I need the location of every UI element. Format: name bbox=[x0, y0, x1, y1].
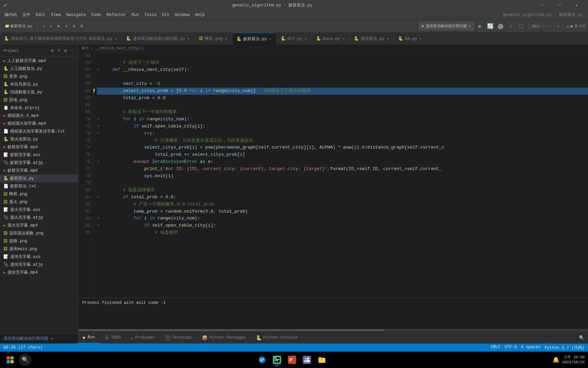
bottom-tab-run[interactable]: ▶ Run bbox=[78, 332, 100, 343]
tab-close-mtf[interactable]: ✕ bbox=[304, 36, 308, 41]
tab-close-qianghua[interactable]: ✕ bbox=[114, 36, 118, 41]
tab-yichuan[interactable]: 🐍 遗传算法解决旅行商问题.py ✕ bbox=[122, 33, 195, 45]
tab-mtf[interactable]: 🐍 mtf.py ✕ bbox=[277, 33, 312, 45]
sidebar-item-py-4[interactable]: 🐍 萤火虫算法.py bbox=[0, 135, 78, 143]
minimize-button[interactable]: ─ bbox=[534, 0, 550, 10]
bottom-tab-todo[interactable]: ☰ TODO bbox=[100, 332, 126, 343]
maximize-button[interactable]: □ bbox=[552, 0, 567, 10]
fold-72[interactable]: ▾ bbox=[97, 130, 102, 137]
sidebar-item-mp4-7[interactable]: ▶ 遗传无字幕.mp4 bbox=[0, 269, 78, 276]
sidebar-item-ass-3[interactable]: 📝 遗传无字幕.ass bbox=[0, 253, 78, 261]
taskbar-start-button[interactable] bbox=[3, 353, 17, 367]
tab-close-yiqun[interactable]: ✕ bbox=[269, 36, 273, 42]
menu-run[interactable]: Run bbox=[129, 12, 142, 18]
status-lang[interactable]: Python 3.7 (代码) bbox=[544, 345, 585, 351]
close-button[interactable]: ✕ bbox=[569, 0, 585, 10]
sidebar-item-ass-2[interactable]: 📝 退火无字幕.ass bbox=[0, 206, 78, 214]
navigate-forward-button[interactable]: ▷ bbox=[48, 23, 54, 29]
navigate-back-button[interactable]: ◁ bbox=[40, 23, 47, 29]
fold-78[interactable] bbox=[97, 173, 102, 180]
split-button[interactable]: ⊟ bbox=[79, 23, 85, 29]
taskbar-app-teams[interactable] bbox=[300, 353, 314, 367]
fold-73[interactable] bbox=[97, 137, 102, 144]
search-right-icon[interactable]: 🔍 bbox=[575, 335, 588, 341]
fold-67[interactable] bbox=[97, 95, 102, 102]
bottom-tab-problems[interactable]: ⚠ Problems bbox=[126, 332, 160, 343]
tab-yichuan2[interactable]: 🐍 遗传算法.py ✕ bbox=[350, 33, 394, 45]
menu-file[interactable]: 文件 bbox=[19, 11, 33, 19]
sidebar-item-atjp-3[interactable]: 📎 遗传无字幕.atjp bbox=[0, 261, 78, 269]
sidebar-item-atjp-2[interactable]: 📎 退火无字幕.atjp bbox=[0, 214, 78, 221]
sidebar-tool-close[interactable]: − bbox=[70, 47, 75, 54]
tab-close-fenqun[interactable]: ✕ bbox=[224, 36, 228, 41]
menu-view[interactable]: View bbox=[48, 12, 64, 18]
fold-74[interactable] bbox=[97, 144, 102, 151]
tab-base[interactable]: 🐍 base.py ✕ bbox=[312, 33, 350, 45]
project-button[interactable]: 📁 蚁群算法.py bbox=[3, 22, 34, 30]
sidebar-tool-settings[interactable]: ⚙ bbox=[63, 47, 68, 54]
sidebar-item-mp4-3[interactable]: ▶ 模拟退火加字幕.mp4 bbox=[0, 120, 78, 127]
fold-64[interactable] bbox=[97, 73, 102, 80]
fold-76[interactable]: ▾ bbox=[97, 158, 102, 166]
fold-65[interactable] bbox=[97, 80, 102, 88]
sidebar-item-txt-1[interactable]: 📄 模拟退火加字幕算法字幕.txt bbox=[0, 127, 78, 135]
profile-button[interactable]: ⚡ bbox=[507, 22, 515, 30]
bottom-tab-python-console[interactable]: 🐍 Python Console bbox=[251, 332, 303, 343]
taskbar-app-powerpoint[interactable]: P bbox=[285, 353, 299, 367]
sidebar-item-mp4-4[interactable]: ▶ 蚁群加字幕.mp4 bbox=[0, 143, 78, 151]
fold-68[interactable] bbox=[97, 102, 102, 109]
tab-close-ga[interactable]: ✕ bbox=[419, 36, 423, 41]
run-button[interactable]: ▶ bbox=[476, 22, 484, 30]
debug-button[interactable]: 🔄 bbox=[486, 22, 494, 30]
run-config-dropdown[interactable]: ▶ 遗传算法解决旅行商问题 ▾ bbox=[419, 22, 474, 30]
sidebar-item-prj[interactable]: 📋 未命名.prproj bbox=[0, 104, 78, 112]
menu-window[interactable]: Window bbox=[172, 12, 192, 18]
horizontal-scrollbar[interactable] bbox=[78, 329, 588, 332]
sidebar-item-img-6[interactable]: 🖼 选择.png bbox=[0, 237, 78, 245]
settings-button[interactable]: ⚙ bbox=[71, 23, 77, 29]
menu-git[interactable]: Git bbox=[159, 12, 172, 18]
fold-62[interactable] bbox=[97, 59, 102, 66]
fold-63[interactable]: ▾ bbox=[97, 66, 102, 74]
taskbar-search-button[interactable]: 🔍 bbox=[19, 354, 31, 366]
sidebar-item-mp4-5[interactable]: ▶ 蚁群无字幕.mp4 bbox=[0, 167, 78, 174]
menu-refactor[interactable]: Refactor bbox=[104, 12, 129, 18]
code-content[interactable]: # 选择下一个城市 ▾ def __choice_next_city(self)… bbox=[94, 52, 588, 297]
sidebar-item-ass-1[interactable]: 📝 蚁群无字幕.ass bbox=[0, 151, 78, 159]
fold-66[interactable] bbox=[97, 88, 102, 95]
menu-navigate[interactable]: Navigate bbox=[64, 12, 89, 18]
bottom-tab-terminal[interactable]: ⬛ Terminal bbox=[160, 332, 197, 343]
sidebar-item-mp4-1[interactable]: ▶ 人工蚁群无字幕.mp4 bbox=[0, 57, 78, 65]
sidebar-item-img-3[interactable]: 🖼 蜂群.png bbox=[0, 190, 78, 198]
project-close-icon[interactable]: ✕ bbox=[50, 336, 53, 341]
status-indent[interactable]: 4 spaces bbox=[521, 345, 541, 351]
tab-fenqun[interactable]: 🖼 蜂群.png ✕ bbox=[195, 33, 232, 45]
sidebar-item-atjp-1[interactable]: 📎 蚁群无字幕.atjp bbox=[0, 159, 78, 167]
sidebar-item-img-1[interactable]: 🖼 变异.png bbox=[0, 73, 78, 80]
coverage-button[interactable]: ⬤ bbox=[496, 22, 505, 30]
fold-70[interactable]: ▾ bbox=[97, 116, 102, 123]
status-crlf[interactable]: CRLF bbox=[491, 345, 501, 351]
fold-75[interactable] bbox=[97, 151, 102, 158]
sidebar-tool-expand[interactable]: ⊞ bbox=[50, 47, 54, 54]
fold-86[interactable] bbox=[97, 229, 102, 236]
taskbar-time[interactable]: 上午 10:30 2023/10/15 bbox=[562, 355, 585, 365]
sidebar-item-py-1[interactable]: 🐍 人工线蚁算法.py bbox=[0, 65, 78, 73]
stop-button[interactable]: ⬡ bbox=[517, 22, 525, 30]
sidebar-item-py-3[interactable]: 🐍 找函数最大值.py bbox=[0, 88, 78, 96]
taskbar-app-edge[interactable] bbox=[255, 353, 269, 367]
tab-close-yichuan2[interactable]: ✕ bbox=[386, 36, 390, 41]
tab-close-yichuan[interactable]: ✕ bbox=[187, 36, 191, 41]
status-encoding[interactable]: UTF-8 bbox=[505, 345, 517, 351]
fold-85[interactable]: ▾ bbox=[97, 222, 102, 229]
sidebar-item-img-7[interactable]: 🖼 遗传main.png bbox=[0, 245, 78, 253]
sidebar-item-mp4-2[interactable]: ▶ 模拟退火.X.mp4 bbox=[0, 112, 78, 120]
sidebar-item-mp4-6[interactable]: ▶ 退火无字幕.mp4 bbox=[0, 221, 78, 229]
taskbar-notification-icon[interactable]: 🔔 bbox=[553, 356, 559, 363]
fold-81[interactable]: ▾ bbox=[97, 194, 102, 201]
menu-edit[interactable]: Edit bbox=[33, 12, 48, 18]
menu-code2[interactable]: Code bbox=[88, 12, 104, 18]
tab-ga[interactable]: 🐍 GA.py ✕ bbox=[394, 33, 427, 45]
fold-80[interactable] bbox=[97, 187, 102, 194]
sidebar-item-img-2[interactable]: 🖼 田地.png bbox=[0, 96, 78, 104]
